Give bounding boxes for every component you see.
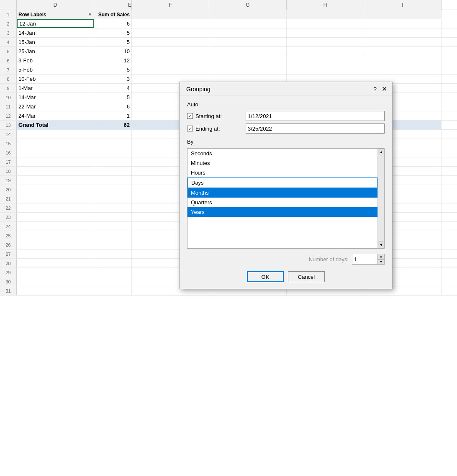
list-item-years[interactable]: Years [187, 207, 377, 217]
dialog-buttons: OK Cancel [187, 271, 385, 282]
days-input[interactable] [352, 254, 377, 264]
auto-section: Auto ✓ Starting at: ✓ [187, 101, 385, 134]
ok-button[interactable]: OK [247, 271, 284, 282]
scroll-down-button[interactable]: ▼ [378, 242, 385, 248]
days-row: Number of days: ▲ ▼ [187, 254, 385, 265]
ending-at-input[interactable] [246, 124, 385, 134]
dialog-title: Grouping [186, 86, 211, 93]
starting-at-checkbox[interactable]: ✓ [187, 113, 193, 119]
scroll-track [378, 155, 384, 242]
days-spin-down[interactable]: ▼ [377, 260, 384, 265]
grouping-list-container: SecondsMinutesHoursDaysMonthsQuartersYea… [187, 148, 385, 249]
starting-at-input[interactable] [246, 111, 385, 121]
list-item-seconds[interactable]: Seconds [187, 149, 377, 158]
dialog-body: Auto ✓ Starting at: ✓ [180, 95, 392, 289]
titlebar-controls: ? ✕ [373, 85, 387, 93]
list-scrollbar: ▲ ▼ [377, 149, 384, 248]
auto-label: Auto [187, 101, 385, 108]
dialog-overlay: Grouping ? ✕ Auto ✓ Starting at: [0, 0, 457, 476]
grouping-list-box: SecondsMinutesHoursDaysMonthsQuartersYea… [187, 149, 377, 248]
list-item-months[interactable]: Months [187, 188, 377, 198]
starting-at-checkbox-area: ✓ Starting at: [187, 113, 246, 119]
spreadsheet: D E F G H I 1 Row Labels ▼ Sum of Sales [0, 0, 457, 476]
list-item-minutes[interactable]: Minutes [187, 158, 377, 168]
list-item-days[interactable]: Days [187, 178, 377, 188]
days-label: Number of days: [309, 256, 349, 262]
list-item-quarters[interactable]: Quarters [187, 198, 377, 207]
scroll-up-button[interactable]: ▲ [378, 149, 385, 155]
cancel-button[interactable]: Cancel [288, 271, 325, 282]
list-item-hours[interactable]: Hours [187, 168, 377, 178]
ending-at-checkbox[interactable]: ✓ [187, 126, 193, 131]
grouping-dialog: Grouping ? ✕ Auto ✓ Starting at: [179, 82, 393, 289]
by-label: By [187, 139, 385, 145]
ending-at-label: Ending at: [195, 126, 220, 132]
days-spinner: ▲ ▼ [377, 254, 384, 264]
days-spin-up[interactable]: ▲ [377, 254, 384, 260]
starting-at-row: ✓ Starting at: [187, 111, 385, 121]
ending-at-checkbox-area: ✓ Ending at: [187, 126, 246, 132]
close-button[interactable]: ✕ [382, 86, 387, 93]
dialog-titlebar: Grouping ? ✕ [180, 82, 392, 95]
by-section: By SecondsMinutesHoursDaysMonthsQuarters… [187, 139, 385, 249]
starting-at-label: Starting at: [195, 113, 222, 119]
days-input-wrap: ▲ ▼ [352, 254, 385, 265]
ending-at-row: ✓ Ending at: [187, 124, 385, 134]
help-button[interactable]: ? [373, 85, 377, 93]
